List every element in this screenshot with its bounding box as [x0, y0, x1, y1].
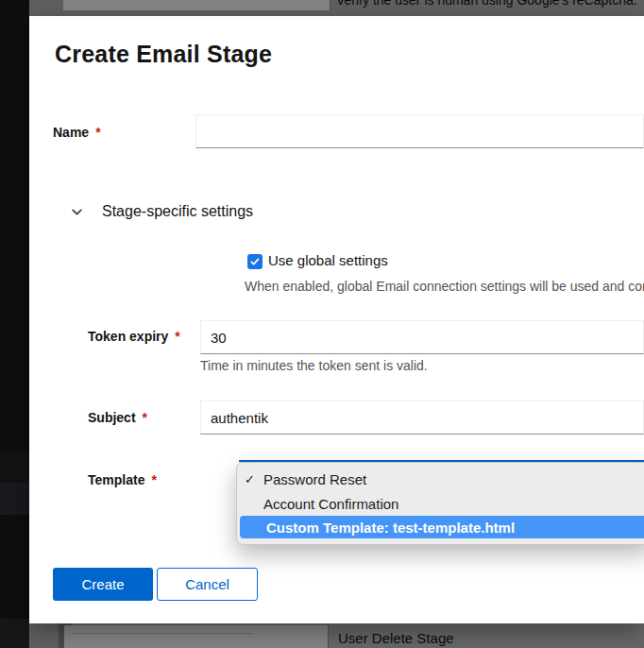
selected-check-icon: ✓	[237, 472, 263, 486]
create-email-stage-modal: Create Email Stage Name* Stage-specific …	[29, 16, 644, 623]
dropdown-option-account-confirmation[interactable]: Account Confirmation	[237, 491, 644, 516]
token-expiry-help: Time in minutes the token sent is valid.	[200, 358, 428, 373]
dropdown-option-custom-template[interactable]: Custom Template: test-template.html	[240, 516, 644, 538]
subject-label: Subject*	[88, 410, 147, 425]
name-input[interactable]	[195, 114, 644, 148]
template-label: Template*	[88, 472, 157, 487]
name-label: Name*	[53, 125, 101, 140]
use-global-settings-checkbox[interactable]	[247, 254, 263, 269]
required-asterisk: *	[175, 329, 179, 344]
check-icon	[249, 256, 261, 267]
required-asterisk: *	[143, 410, 147, 425]
subject-input[interactable]	[200, 401, 644, 435]
required-asterisk: *	[151, 472, 156, 487]
template-dropdown-menu: ✓ Password Reset Account Confirmation Cu…	[236, 462, 644, 545]
stage-specific-settings-toggle[interactable]: Stage-specific settings	[71, 203, 253, 220]
group-header-label: Stage-specific settings	[102, 203, 253, 220]
token-expiry-input[interactable]	[200, 320, 644, 354]
create-button[interactable]: Create	[53, 568, 153, 601]
required-asterisk: *	[95, 125, 100, 140]
use-global-settings-help: When enabled, global Email connection se…	[245, 279, 644, 294]
dropdown-option-password-reset[interactable]: ✓ Password Reset	[237, 467, 644, 491]
modal-title: Create Email Stage	[55, 41, 272, 68]
use-global-settings-label: Use global settings	[268, 252, 388, 268]
cancel-button[interactable]: Cancel	[157, 568, 258, 601]
chevron-down-icon	[71, 206, 83, 218]
token-expiry-label: Token expiry*	[88, 329, 180, 344]
